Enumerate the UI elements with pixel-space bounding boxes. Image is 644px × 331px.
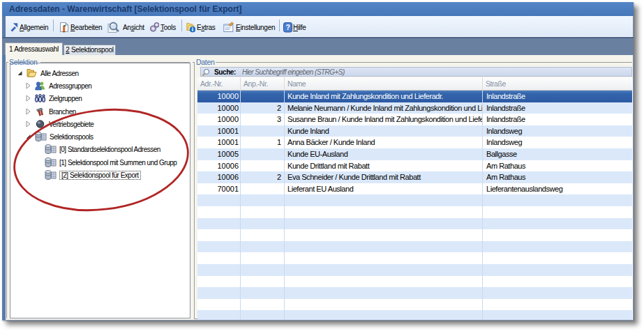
svg-text:?: ? [285,23,290,31]
